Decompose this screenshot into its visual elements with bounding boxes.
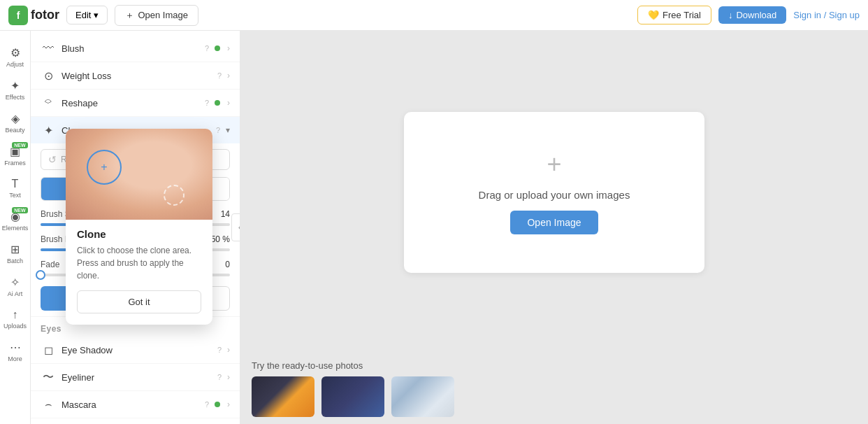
reshape-help-icon[interactable]: ? [205,99,209,107]
photo-thumb-3[interactable] [391,376,454,417]
sidebar-item-frames[interactable]: NEW ▣ Frames [1,141,29,171]
reshape-icon: ⌔ [41,95,56,111]
eye-shadow-label: Eye Shadow [62,345,212,355]
edit-label: Edit [75,10,91,20]
sidebar-item-text[interactable]: T Text [1,174,29,203]
clone-target-area [164,185,185,206]
main-area: + Drag or upload your own images Open Im… [240,31,868,424]
panel-collapse-button[interactable]: ‹ [231,213,240,241]
open-image-top-label: Open Image [138,10,188,20]
blush-dot [215,45,220,51]
sidebar-item-beauty[interactable]: ◈ Beauty [1,108,29,138]
sidebar-label-beauty: Beauty [5,127,24,134]
beauty-icon: ◈ [11,112,20,125]
reshape-dot [215,100,220,106]
edit-chevron-icon: ▾ [94,10,99,20]
fade-label: Fade [41,260,59,269]
weight-loss-row[interactable]: ⊙ Weight Loss ? › [31,62,240,90]
got-it-button[interactable]: Got it [77,290,201,313]
mascara-label: Mascara [62,400,199,410]
mascara-chevron-icon: › [227,400,230,409]
weight-loss-icon: ⊙ [41,68,56,83]
photo-thumb-2[interactable] [321,376,384,417]
sidebar-item-batch[interactable]: ⊞ Batch [1,239,29,269]
sign-in-link[interactable]: Sign in / Sign up [793,10,860,20]
logo-text: fotor [31,8,59,22]
sidebar: ⚙ Adjust ✦ Effects ◈ Beauty NEW ▣ Frames… [0,0,31,424]
sidebar-label-effects: Effects [6,94,24,101]
free-trial-button[interactable]: 💛 Free Trial [637,6,711,24]
open-image-plus-icon: ＋ [125,9,134,22]
sidebar-label-ai-art: Ai Art [8,290,23,297]
batch-icon: ⊞ [10,243,20,256]
clone-chevron-icon: ▾ [226,125,230,135]
blush-chevron-icon: › [227,43,230,53]
eye-shadow-help-icon[interactable]: ? [217,346,222,354]
brush-size-value: 14 [221,209,230,219]
tooltip-description: Click to choose the clone area. Press an… [66,244,212,290]
sidebar-label-uploads: Uploads [3,323,27,330]
download-icon: ↓ [728,10,733,20]
tooltip-face-preview: + [66,129,212,220]
effects-icon: ✦ [10,79,20,92]
download-button[interactable]: ↓ Download [718,6,786,24]
sidebar-item-uploads[interactable]: ↑ Uploads [1,304,29,334]
upload-box: + Drag or upload your own images Open Im… [404,112,704,273]
eyeliner-row[interactable]: 〜 Eyeliner ? › [31,364,240,391]
clone-tooltip: + Clone Click to choose the clone area. … [66,129,212,325]
sign-in-text: Sign in / Sign up [793,10,860,20]
fade-value: 0 [225,260,230,269]
reshape-row[interactable]: ⌔ Reshape ? › [31,90,240,117]
edit-button[interactable]: Edit ▾ [66,6,108,24]
open-image-main-button[interactable]: Open Image [510,211,598,234]
eyeliner-chevron-icon: › [227,372,230,382]
eyeliner-icon: 〜 [41,369,56,385]
canvas-area: + Drag or upload your own images Open Im… [240,31,868,353]
mascara-icon: ⌢ [41,397,56,412]
mascara-dot [215,402,220,407]
sidebar-item-more[interactable]: ⋯ More [1,337,29,367]
ready-photos-label: Try the ready-to-use photos [252,360,857,371]
more-icon: ⋯ [10,341,21,354]
sidebar-item-effects[interactable]: ✦ Effects [1,75,29,105]
weight-loss-chevron-icon: › [227,71,230,80]
sidebar-item-ai-art[interactable]: ✧ Ai Art [1,271,29,302]
uploads-icon: ↑ [13,309,18,321]
open-image-top-button[interactable]: ＋ Open Image [115,5,198,26]
text-icon: T [12,178,19,190]
blush-label: Blush [62,43,199,54]
free-trial-label: Free Trial [663,10,701,20]
sidebar-label-batch: Batch [7,257,23,264]
topbar: f fotor Edit ▾ ＋ Open Image 💛 Free Trial… [0,0,868,31]
sidebar-label-more: More [8,355,22,362]
drag-upload-text: Drag or upload your own images [479,189,630,201]
photo-thumb-1[interactable] [252,376,314,417]
elements-new-badge: NEW [12,207,27,213]
frames-new-badge: NEW [12,142,27,148]
eye-shadow-icon: ◻ [41,342,56,358]
blush-row[interactable]: 〰 Blush ? › [31,35,240,62]
blush-help-icon[interactable]: ? [205,44,209,52]
mascara-help-icon[interactable]: ? [205,400,209,409]
eyeliner-help-icon[interactable]: ? [217,373,222,381]
weight-loss-help-icon[interactable]: ? [217,71,222,80]
logo-icon: f [8,6,28,25]
clone-help-icon[interactable]: ? [216,126,220,134]
sidebar-label-text: Text [9,192,21,199]
sidebar-item-elements[interactable]: NEW ◉ Elements [1,206,29,236]
heart-icon: 💛 [648,10,659,20]
upload-plus-icon: + [547,150,561,179]
photo-thumbnails [252,376,857,417]
collapse-icon: ‹ [238,222,240,232]
panel: 〰 Blush ? › ⊙ Weight Loss ? › ⌔ Reshape … [31,31,240,424]
reset-icon: ↺ [48,154,57,165]
sidebar-label-elements: Elements [2,225,29,232]
sidebar-item-adjust[interactable]: ⚙ Adjust [1,42,29,72]
ready-photos-section: Try the ready-to-use photos [240,353,868,424]
download-label: Download [736,10,776,20]
clone-cursor-icon: + [87,150,122,185]
eyeliner-label: Eyeliner [62,372,212,383]
mascara-row[interactable]: ⌢ Mascara ? › [31,391,240,418]
eye-shadow-row[interactable]: ◻ Eye Shadow ? › [31,337,240,364]
clone-icon: ✦ [41,122,56,138]
